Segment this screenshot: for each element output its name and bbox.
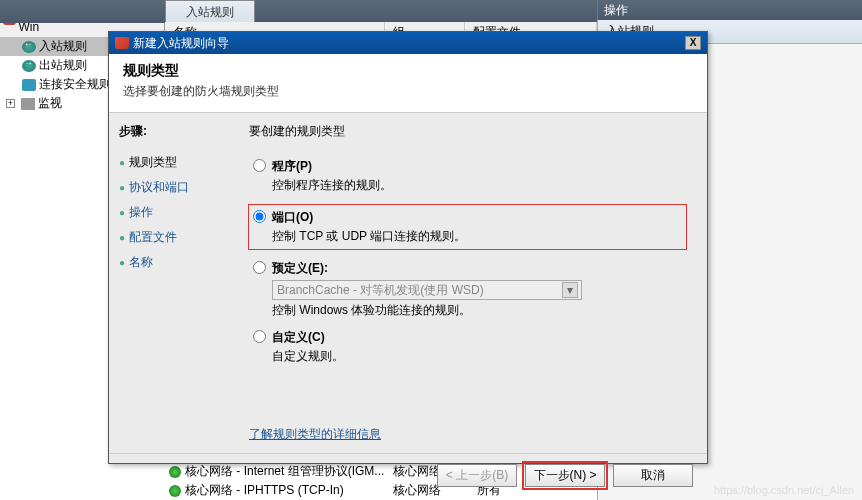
opt-desc: 控制 Windows 体验功能连接的规则。 [272, 302, 687, 319]
wizard-footer: < 上一步(B) 下一步(N) > 取消 [109, 453, 707, 497]
monitor-icon [21, 98, 35, 110]
step-label: 配置文件 [129, 229, 177, 246]
close-button[interactable]: X [685, 36, 701, 50]
step-label: 名称 [129, 254, 153, 271]
center-tab[interactable]: 入站规则 [165, 0, 255, 23]
next-button[interactable]: 下一步(N) > [525, 464, 605, 487]
tree-label: 连接安全规则 [39, 76, 111, 93]
step-label: 协议和端口 [129, 179, 189, 196]
step-label: 操作 [129, 204, 153, 221]
steps-panel: 步骤: ●规则类型 ●协议和端口 ●操作 ●配置文件 ●名称 [109, 113, 229, 453]
option-predefined: 预定义(E): BranchCache - 对等机发现(使用 WSD) 控制 W… [249, 260, 687, 319]
option-custom: 自定义(C) 自定义规则。 [249, 329, 687, 365]
step-profile[interactable]: ●配置文件 [119, 225, 229, 250]
tree-label: 入站规则 [39, 38, 87, 55]
wizard-title: 新建入站规则向导 [133, 35, 229, 52]
ops-title: 操作 [597, 0, 862, 20]
learn-more-link[interactable]: 了解规则类型的详细信息 [249, 426, 381, 443]
wizard-content: 要创建的规则类型 程序(P) 控制程序连接的规则。 端口(O) 控制 TCP 或… [229, 113, 707, 453]
opt-desc: 控制 TCP 或 UDP 端口连接的规则。 [272, 228, 682, 245]
expand-icon[interactable]: + [6, 99, 15, 108]
outbound-icon [22, 60, 36, 72]
tree-label: 监视 [38, 95, 62, 112]
opt-title: 端口(O) [272, 209, 313, 226]
step-rule-type[interactable]: ●规则类型 [119, 150, 229, 175]
step-protocol[interactable]: ●协议和端口 [119, 175, 229, 200]
step-label: 规则类型 [129, 154, 177, 171]
opt-title: 自定义(C) [272, 329, 325, 346]
wizard-header-subtitle: 选择要创建的防火墙规则类型 [123, 83, 693, 100]
wizard-dialog: 新建入站规则向导 X 规则类型 选择要创建的防火墙规则类型 步骤: ●规则类型 … [108, 31, 708, 464]
radio-custom[interactable] [253, 330, 266, 343]
option-port: 端口(O) 控制 TCP 或 UDP 端口连接的规则。 [248, 204, 687, 250]
steps-title: 步骤: [119, 123, 229, 140]
opt-title: 程序(P) [272, 158, 312, 175]
predefined-dropdown[interactable]: BranchCache - 对等机发现(使用 WSD) [272, 280, 582, 300]
step-name[interactable]: ●名称 [119, 250, 229, 275]
wizard-header: 规则类型 选择要创建的防火墙规则类型 [109, 54, 707, 113]
wizard-header-title: 规则类型 [123, 62, 693, 80]
content-prompt: 要创建的规则类型 [249, 123, 687, 140]
opt-desc: 自定义规则。 [272, 348, 687, 365]
tree-label: 出站规则 [39, 57, 87, 74]
back-button[interactable]: < 上一步(B) [437, 464, 517, 487]
radio-port[interactable] [253, 210, 266, 223]
shield-icon [115, 37, 129, 49]
radio-program[interactable] [253, 159, 266, 172]
option-program: 程序(P) 控制程序连接的规则。 [249, 158, 687, 194]
inbound-icon [22, 41, 36, 53]
opt-desc: 控制程序连接的规则。 [272, 177, 687, 194]
wizard-titlebar[interactable]: 新建入站规则向导 X [109, 32, 707, 54]
opt-title: 预定义(E): [272, 260, 328, 277]
connection-icon [22, 79, 36, 91]
cancel-button[interactable]: 取消 [613, 464, 693, 487]
step-action[interactable]: ●操作 [119, 200, 229, 225]
radio-predefined[interactable] [253, 261, 266, 274]
